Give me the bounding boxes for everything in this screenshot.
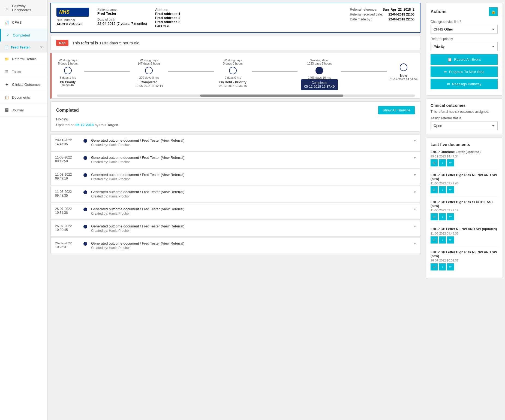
document-edit-button[interactable]: ✏ bbox=[447, 236, 454, 244]
document-edit-button[interactable]: ✏ bbox=[447, 186, 454, 193]
doc-icon: 📋 bbox=[4, 95, 9, 100]
event-content: Generated outcome document / Fred Tester… bbox=[91, 173, 410, 181]
event-creator: Created by: Hania Prochon bbox=[91, 229, 410, 233]
documents-panel: Last five documents EHCP Outcome Letter … bbox=[426, 138, 502, 278]
timeline-node-1: Working days 147 days 8 hours 209 days 8… bbox=[130, 59, 168, 90]
document-item: EHCP GP Letter High Risk NE NW AND SW (n… bbox=[431, 250, 498, 274]
events-list: 29-11-202214:47:35 Generated outcome doc… bbox=[50, 134, 420, 254]
event-dot bbox=[83, 173, 87, 177]
document-download-button[interactable]: ↓ bbox=[439, 186, 446, 193]
timeline-connector-3 bbox=[341, 71, 387, 72]
alert-text: This referral is 1183 days 5 hours old bbox=[72, 41, 140, 45]
document-view-button[interactable]: ⊞ bbox=[431, 159, 438, 166]
timeline-node-4: — Now 01-12-2022 14:51:59 bbox=[387, 59, 420, 90]
close-icon[interactable]: ✕ bbox=[40, 45, 43, 49]
event-dot-col bbox=[83, 190, 87, 194]
sidebar-item-completed[interactable]: ✓ Completed bbox=[0, 29, 47, 42]
document-download-button[interactable]: ↓ bbox=[439, 213, 446, 220]
node-circle-2 bbox=[229, 67, 237, 74]
document-view-button[interactable]: ⊞ bbox=[431, 263, 438, 270]
priority-label: Referral priority bbox=[431, 37, 498, 41]
record-event-button[interactable]: 📋 Record An Event bbox=[431, 54, 498, 65]
clinical-outcomes-panel: Clinical outcomes This referral has six … bbox=[426, 98, 502, 135]
document-view-button[interactable]: ⊞ bbox=[431, 186, 438, 193]
event-content: Generated outcome document / Fred Tester… bbox=[91, 224, 410, 233]
event-content: Generated outcome document / Fred Tester… bbox=[91, 190, 410, 198]
sidebar-item-tasks[interactable]: ☰ Tasks bbox=[0, 65, 47, 78]
chevron-down-icon[interactable]: ▾ bbox=[414, 138, 416, 143]
show-all-timeline-button[interactable]: Show All Timeline bbox=[378, 106, 415, 114]
lock-button[interactable]: 🔒 bbox=[489, 7, 498, 16]
timeline-node-2: Working days 0 days 0 hours 0 days 0 hrs… bbox=[214, 59, 252, 90]
document-edit-button[interactable]: ✏ bbox=[447, 263, 454, 270]
assign-status-label: Assign referral status bbox=[431, 116, 498, 120]
sidebar-item-documents[interactable]: 📋 Documents bbox=[0, 91, 47, 104]
event-content: Generated outcome document / Fred Tester… bbox=[91, 241, 410, 250]
sidebar-item-clinical-outcomes[interactable]: ✚ Clinical Outcomes bbox=[0, 78, 47, 91]
event-row: 11-08-202209:49:50 Generated outcome doc… bbox=[50, 151, 420, 168]
chevron-down-icon[interactable]: ▾ bbox=[414, 207, 416, 211]
document-actions: ⊞ ↓ ✏ bbox=[431, 159, 498, 166]
actions-panel: Actions 🔒 Change service line? CFHS Othe… bbox=[426, 3, 502, 96]
fork-icon: ⇄ bbox=[447, 82, 450, 86]
sidebar-item-referral-details[interactable]: 📁 Referral Details bbox=[0, 53, 47, 65]
chevron-down-icon[interactable]: ▾ bbox=[414, 224, 416, 229]
nhs-logo: NHS bbox=[56, 8, 89, 17]
reassign-pathway-button[interactable]: ⇄ Reassign Pathway bbox=[431, 79, 498, 89]
documents-title: Last five documents bbox=[431, 142, 498, 147]
event-dot-col bbox=[83, 173, 87, 177]
nhs-number-block: NHS number ABCD12345678 bbox=[56, 18, 89, 26]
event-title: Generated outcome document / Fred Tester… bbox=[91, 224, 410, 228]
event-creator: Created by: Hania Prochon bbox=[91, 246, 410, 250]
right-panel: Actions 🔒 Change service line? CFHS Othe… bbox=[423, 0, 505, 420]
completed-update: Updated on 05-12-2018 by Paul Targett bbox=[56, 123, 415, 127]
document-view-button[interactable]: ⊞ bbox=[431, 213, 438, 220]
timeline-scrollbar[interactable] bbox=[57, 95, 415, 97]
event-content: Generated outcome document / Fred Tester… bbox=[91, 138, 410, 147]
document-date: 29-11-2022 14:47:34 bbox=[431, 155, 498, 158]
document-item: EHCP Outcome Letter (updated) 29-11-2022… bbox=[431, 150, 498, 170]
progress-next-step-button[interactable]: ➡ Progress To Next Step bbox=[431, 66, 498, 77]
sidebar-item-pathway-dashboards[interactable]: ⊞ Pathway Dashboards bbox=[0, 0, 47, 16]
completed-note: Holding bbox=[56, 117, 415, 121]
document-download-button[interactable]: ↓ bbox=[439, 263, 446, 270]
timeline-node-0: Working days 5 days 1 hours 8 days 1 hrs… bbox=[52, 59, 84, 90]
document-edit-button[interactable]: ✏ bbox=[447, 213, 454, 220]
event-dot bbox=[83, 139, 87, 143]
node-circle-0 bbox=[64, 67, 72, 74]
event-dot bbox=[83, 190, 87, 194]
sidebar-item-fred-tester[interactable]: 📄 Fred Tester ✕ bbox=[0, 42, 47, 53]
sidebar-item-journal[interactable]: 📓 Journal bbox=[0, 104, 47, 117]
event-row: 11-08-202209:49:19 Generated outcome doc… bbox=[50, 169, 420, 185]
referral-info-block: Referral reference: Sun_Apr_22_2018_2 Re… bbox=[350, 8, 414, 22]
chevron-down-icon[interactable]: ▾ bbox=[414, 173, 416, 177]
document-edit-button[interactable]: ✏ bbox=[447, 159, 454, 166]
event-date: 26-07-202210:30:45 bbox=[55, 224, 80, 232]
document-download-button[interactable]: ↓ bbox=[439, 236, 446, 244]
arrow-right-icon: ➡ bbox=[444, 70, 447, 74]
timeline-section: Working days 5 days 1 hours 8 days 1 hrs… bbox=[50, 53, 420, 99]
node-circle-3 bbox=[315, 67, 323, 74]
service-line-select[interactable]: CFHS Other bbox=[431, 25, 498, 34]
chevron-down-icon[interactable]: ▾ bbox=[414, 190, 416, 194]
list-icon: ☰ bbox=[4, 69, 9, 74]
sidebar-item-cfhs[interactable]: 📊 CFHS bbox=[0, 16, 47, 29]
chart-icon: 📊 bbox=[4, 20, 9, 25]
event-dot-col bbox=[83, 241, 87, 246]
timeline-connector-0 bbox=[84, 71, 130, 72]
chevron-down-icon[interactable]: ▾ bbox=[414, 156, 416, 160]
assign-status-select[interactable]: Open bbox=[431, 121, 498, 130]
actions-title: Actions bbox=[431, 9, 447, 14]
document-download-button[interactable]: ↓ bbox=[439, 159, 446, 166]
timeline-scrollbar-thumb bbox=[200, 95, 343, 97]
chevron-down-icon[interactable]: ▾ bbox=[414, 241, 416, 246]
document-item: EHCP GP Letter NE NW AND SW (updated) 11… bbox=[431, 227, 498, 247]
document-item: EHCP GP Letter High Risk NE NW AND SW (n… bbox=[431, 173, 498, 197]
event-date: 26-07-202210:26:31 bbox=[55, 241, 80, 249]
timeline-connector-1 bbox=[168, 71, 214, 72]
event-title: Generated outcome document / Fred Tester… bbox=[91, 190, 410, 194]
priority-select[interactable]: Priority bbox=[431, 42, 498, 51]
document-view-button[interactable]: ⊞ bbox=[431, 236, 438, 244]
clinical-outcomes-description: This referral has six outcomes assigned. bbox=[431, 110, 498, 114]
event-date: 11-08-202209:49:50 bbox=[55, 156, 80, 163]
